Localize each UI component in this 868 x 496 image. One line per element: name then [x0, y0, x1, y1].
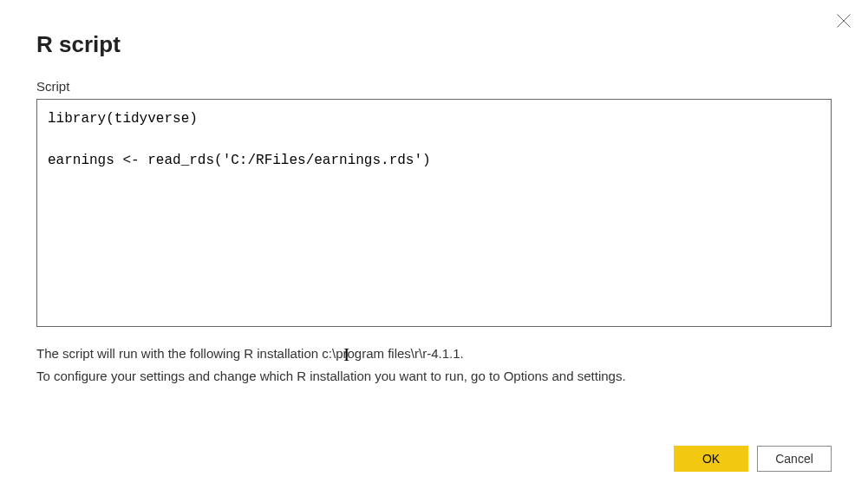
- r-script-dialog: R script Script I The script will run wi…: [0, 0, 868, 496]
- cancel-button[interactable]: Cancel: [757, 446, 832, 472]
- close-button[interactable]: [835, 12, 852, 29]
- script-input[interactable]: [36, 99, 832, 327]
- button-row: OK Cancel: [674, 446, 832, 472]
- info-line-2: To configure your settings and change wh…: [36, 365, 832, 388]
- script-field-label: Script: [36, 79, 832, 94]
- dialog-title: R script: [36, 31, 832, 58]
- close-icon: [837, 14, 851, 28]
- info-text: The script will run with the following R…: [36, 343, 832, 388]
- info-line-1: The script will run with the following R…: [36, 343, 832, 365]
- ok-button[interactable]: OK: [674, 446, 748, 472]
